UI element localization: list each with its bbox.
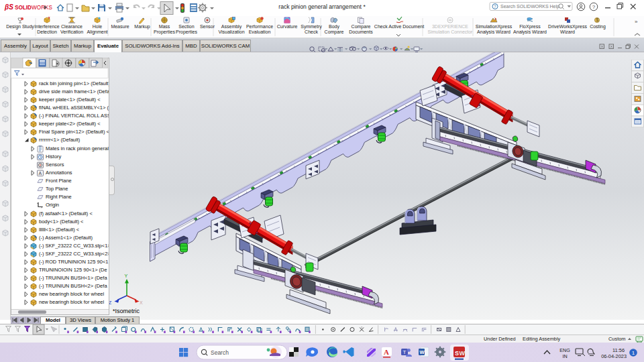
svg-text:A: A	[384, 348, 389, 356]
svg-text:S: S	[455, 350, 459, 357]
svg-text:W: W	[420, 349, 425, 355]
svg-text:»: »	[635, 19, 638, 25]
svg-text:?: ?	[592, 4, 596, 10]
svg-text:ENG: ENG	[559, 347, 570, 353]
svg-text:?: ?	[494, 4, 496, 9]
svg-text:Y: Y	[125, 274, 128, 278]
svg-text:SOLIDWORKS: SOLIDWORKS	[15, 5, 53, 11]
svg-text:W: W	[460, 350, 466, 357]
svg-text:T: T	[403, 349, 407, 355]
svg-text:X: X	[140, 300, 143, 305]
svg-text:06-04-2023: 06-04-2023	[601, 353, 627, 359]
svg-text:IN: IN	[562, 353, 567, 359]
svg-text:$: $	[596, 17, 598, 22]
svg-text:11:56: 11:56	[612, 347, 625, 353]
svg-text:A: A	[38, 171, 42, 176]
svg-text:βS: βS	[4, 3, 13, 11]
svg-text:Search: Search	[211, 349, 229, 356]
svg-text:1: 1	[632, 350, 635, 356]
svg-text:rack pinion general arrangemen: rack pinion general arrangement *	[278, 3, 366, 10]
svg-text:Search SOLIDWORKS Help: Search SOLIDWORKS Help	[500, 4, 559, 9]
